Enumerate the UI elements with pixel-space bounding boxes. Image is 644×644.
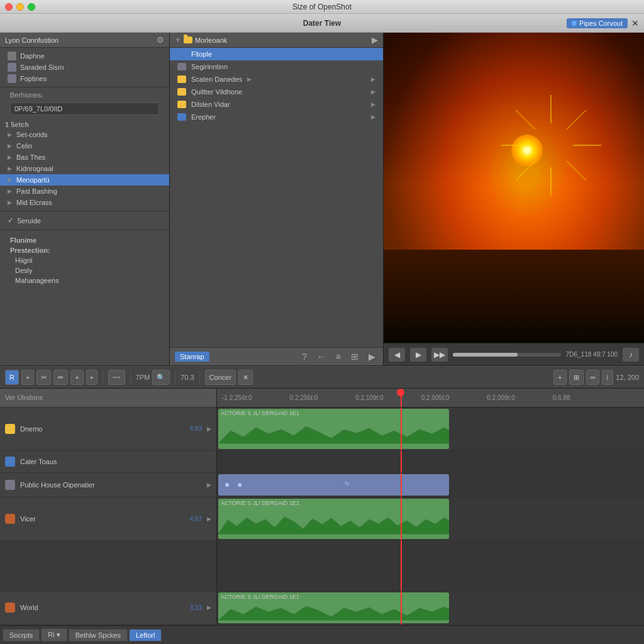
add2-button[interactable]: + [70, 370, 83, 385]
item-label: Foptines [20, 75, 47, 82]
waveform-clip-world[interactable]: ACTORIE S JL/ DERGAID 1E1 [218, 592, 449, 623]
track-label-vicer[interactable]: Vicer 4.97 ▶ [0, 497, 216, 541]
seruide-item[interactable]: ✓ Seruide [5, 215, 164, 226]
close-button[interactable]: ✕ [238, 370, 253, 385]
close-panel-button[interactable]: ✕ [631, 18, 639, 28]
collapse-icon[interactable]: ▼ [175, 36, 181, 43]
volume-icon[interactable]: ♪ [623, 348, 639, 362]
track-row-vicer: ACTORIE S JL/ DERGAID 1E1 [217, 497, 644, 541]
ruler-mark: 0.2,005t:0 [421, 394, 449, 401]
middle-item-quiltter[interactable]: Quiltter Vildhone ▶ [170, 86, 383, 98]
wave-button[interactable]: ~~ [108, 370, 125, 385]
separator [199, 371, 200, 384]
back-button[interactable]: ← [314, 352, 328, 362]
search-input[interactable] [10, 103, 159, 115]
tree-item-set-corids[interactable]: ▶ Set-corids [0, 129, 169, 140]
tab-socrpts[interactable]: Socrpts [3, 629, 40, 641]
traffic-lights [5, 3, 35, 11]
doc-icon [177, 63, 186, 70]
waveform-clip-dnemo[interactable]: ACTORIE S JL/ DERGAID 1E1 [218, 409, 449, 449]
middle-item-label: Scaten Danedes [191, 75, 242, 83]
preview-panel: ◀ ▶ ▶▶ 7D6_118 48:7 100 ♪ [384, 33, 644, 365]
gear-icon[interactable]: ⚙ [157, 35, 164, 45]
waveform-clip-public[interactable]: ● ● ∿ ∿ [218, 474, 449, 496]
track-icon-world [5, 602, 15, 613]
middle-item-dilslen[interactable]: Dilslen Vidar ▶ [170, 98, 383, 111]
list-item[interactable]: Daphne [5, 50, 164, 62]
chevron-right-icon: ▶ [371, 101, 375, 108]
track-label-world[interactable]: World 3.33 ▶ [0, 591, 216, 625]
lines-button[interactable]: ═ [586, 370, 600, 385]
waveform-svg [218, 425, 449, 449]
tree-item-bas-thes[interactable]: ▶ Bas Thes [0, 152, 169, 163]
tab-leftorl[interactable]: Leftorl [129, 629, 162, 641]
add-button[interactable]: + [21, 370, 34, 385]
list-item[interactable]: Foptines [5, 73, 164, 84]
search-button[interactable]: 🔍 [152, 370, 170, 385]
middle-item-fltople[interactable]: Fltople [170, 48, 383, 60]
minimize-button[interactable] [16, 3, 24, 11]
close-button[interactable] [5, 3, 13, 11]
ruler-mark: -1 2,256t:0 [222, 394, 252, 401]
tree-item-mid-elcrass[interactable]: ▶ Mid Elcrass [0, 197, 169, 208]
cut-button[interactable]: ✂ [36, 370, 51, 385]
track-label-dnemo[interactable]: Dnemo 4.93 ▶ [0, 408, 216, 451]
waveform-clip-vicer[interactable]: ACTORIE S JL/ DERGAID 1E1 [218, 499, 449, 539]
ruler-mark: 0.2,009t:0 [487, 394, 514, 401]
sub-item-desly: Desly [5, 265, 164, 275]
folder-icon [184, 36, 192, 43]
maximize-button[interactable] [28, 3, 35, 11]
track-label-caler[interactable]: Caler Toaus [0, 451, 216, 473]
berhiones-section: Berhiones: [0, 87, 169, 119]
stanrap-button[interactable]: Stanrap [175, 352, 209, 362]
middle-item-erepher[interactable]: Erepher ▶ [170, 111, 383, 123]
dots-button[interactable]: ⁞ [602, 370, 613, 385]
waveform-svg [218, 604, 449, 623]
item-label: Saraded Sisrn [20, 64, 64, 71]
track-name-dnemo: Dnemo [20, 425, 185, 433]
tree-item-celin[interactable]: ▶ Celin [0, 140, 169, 152]
tree-item-menopart[interactable]: ▶ Menopartü [0, 174, 169, 186]
tab-bethlw[interactable]: Bethlw Spckes [69, 629, 128, 641]
tree-item-past-bashing[interactable]: ▶ Past Bashing [0, 186, 169, 197]
grid-button[interactable]: ⊞ [348, 352, 361, 362]
track-row-empty [217, 541, 644, 591]
record-button[interactable]: R [5, 370, 19, 385]
pipes-button[interactable]: Pipes Corvout [567, 18, 628, 28]
concer-button[interactable]: Concer [205, 370, 236, 385]
next-button[interactable]: ▶▶ [431, 348, 448, 362]
playhead-line [401, 408, 402, 450]
prev-button[interactable]: ◀ [389, 348, 405, 362]
top-items-section: Daphne Saraded Sisrn Foptines [0, 48, 169, 87]
track-label-public[interactable]: Public House Oipenatier ▶ [0, 473, 216, 498]
help-button[interactable]: ? [299, 352, 309, 362]
item-label: Daphne [20, 52, 45, 60]
dot-button[interactable]: • [86, 370, 97, 385]
tab-ri[interactable]: Ri ▾ [41, 628, 67, 641]
svg-line-6 [516, 161, 535, 180]
checkmark-icon: ✓ [8, 216, 13, 225]
play-button[interactable]: ▶ [366, 352, 378, 362]
ruler-mark: 0.6,88 [553, 394, 570, 401]
track-icon-public [5, 480, 15, 490]
list-button[interactable]: ≡ [333, 352, 343, 362]
middle-item-label: Segirinntinn [191, 63, 228, 70]
tree-item-kidnrognaal[interactable]: ▶ Kidnrognaal [0, 163, 169, 174]
separator [175, 371, 175, 384]
track-row-public: ● ● ∿ ∿ [217, 473, 644, 498]
play-pause-button[interactable]: ▶ [410, 348, 426, 362]
list-item[interactable]: Saraded Sisrn [5, 62, 164, 73]
plus-right-button[interactable]: + [553, 370, 566, 385]
middle-item-segirinntinn[interactable]: Segirinntinn [170, 60, 383, 73]
middle-panel-expand[interactable]: ▶ [372, 35, 378, 45]
grid-right-button[interactable]: ⊞ [569, 370, 584, 385]
middle-item-scaten[interactable]: Scaten Danedes ▶ [170, 73, 383, 86]
track-row-caler [217, 451, 644, 473]
tree-item-label: Bas Thes [16, 153, 45, 161]
clip-label: ACTORIE S JL/ DERGAID 1E1 [221, 500, 299, 506]
edit-button[interactable]: ✏ [53, 370, 68, 385]
scrubber-bar[interactable] [453, 353, 561, 357]
track-name-vicer: Vicer [20, 515, 185, 523]
track-row-world: ACTORIE S JL/ DERGAID 1E1 [217, 591, 644, 625]
sub-item-hiignl: Hiignl [5, 255, 164, 265]
